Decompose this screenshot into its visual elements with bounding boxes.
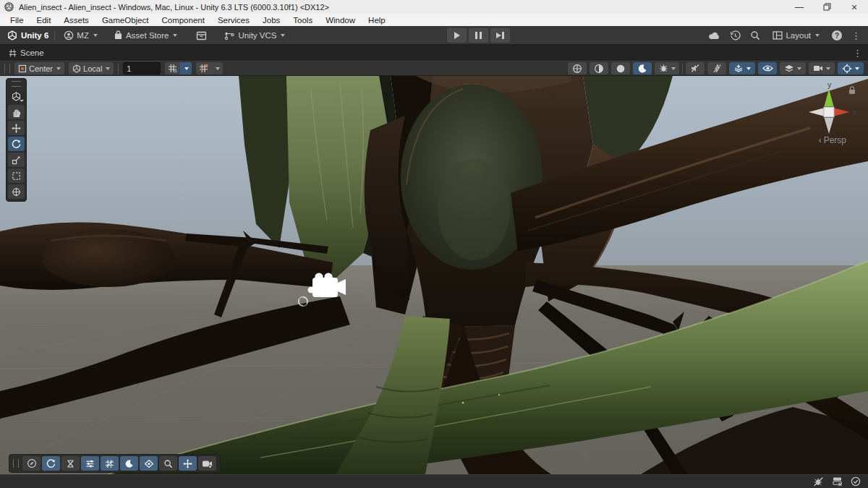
cloud-button[interactable] xyxy=(708,31,720,40)
constraint-overlay-button[interactable] xyxy=(61,456,80,471)
main-toolbar: Unity 6 MZ Asset Store xyxy=(0,26,868,45)
overlay-drag-handle[interactable] xyxy=(13,459,19,468)
eye-icon xyxy=(762,64,773,72)
scale-tool-button[interactable] xyxy=(8,153,25,167)
snap-increment-input[interactable] xyxy=(123,62,161,74)
menu-jobs[interactable]: Jobs xyxy=(256,14,286,26)
debugger-disabled-icon[interactable] xyxy=(813,476,824,487)
orientation-mode-dropdown[interactable]: Local xyxy=(69,62,114,74)
unity-version-badge[interactable]: Unity 6 xyxy=(7,30,48,40)
camera-icon xyxy=(813,64,823,72)
rotate-tool-button[interactable] xyxy=(8,137,25,151)
grid-snap-overlay-button[interactable] xyxy=(101,456,119,471)
maximize-button[interactable] xyxy=(813,0,841,14)
scene-lighting-toggle[interactable] xyxy=(633,62,652,74)
step-button[interactable] xyxy=(490,28,510,43)
minimize-button[interactable]: — xyxy=(786,0,813,14)
axis-x-cone[interactable] xyxy=(832,108,849,117)
menu-assets[interactable]: Assets xyxy=(57,14,95,26)
view-options-dropdown[interactable] xyxy=(8,89,25,103)
pause-button[interactable] xyxy=(469,28,488,43)
package-manager-button[interactable] xyxy=(193,30,210,42)
hand-tool-button[interactable] xyxy=(8,105,25,119)
tools-overlay xyxy=(6,78,27,202)
scene-render-alien-insect[interactable] xyxy=(0,76,868,474)
menu-help[interactable]: Help xyxy=(362,14,392,26)
shaded-mode-button[interactable] xyxy=(590,62,608,74)
gizmo-center-cube[interactable] xyxy=(824,107,834,117)
rect-tool-button[interactable] xyxy=(8,168,25,183)
help-button[interactable]: ? xyxy=(832,30,842,40)
grid-snapping-control[interactable] xyxy=(165,62,192,74)
cache-server-icon[interactable] xyxy=(832,476,843,487)
play-icon xyxy=(454,32,460,39)
menu-tools[interactable]: Tools xyxy=(286,14,319,26)
always-refresh-toggle[interactable] xyxy=(707,62,726,74)
undo-history-button[interactable] xyxy=(730,30,741,41)
grid-snap-dropdown[interactable] xyxy=(180,62,192,74)
view-options-overlay-button[interactable] xyxy=(120,456,138,471)
scale-icon xyxy=(12,155,21,165)
scene-visibility-toggle[interactable] xyxy=(758,62,777,74)
orientation-overlay-button[interactable] xyxy=(22,456,41,471)
scene-viewport[interactable]: y x ‹ Persp xyxy=(0,76,868,474)
layout-dropdown[interactable]: Layout xyxy=(770,30,822,41)
window-title: Alien_insect - Alien_insect - Windows, M… xyxy=(19,3,329,12)
camera-gizmo[interactable] xyxy=(295,268,352,310)
chevron-down-icon xyxy=(281,34,285,37)
2d-mode-button[interactable] xyxy=(611,62,630,74)
version-control-icon xyxy=(224,31,235,40)
asset-store-dropdown[interactable]: Asset Store xyxy=(111,29,180,42)
close-button[interactable]: × xyxy=(841,0,868,14)
gizmos-dropdown[interactable] xyxy=(838,62,864,74)
lock-icon[interactable] xyxy=(849,87,855,94)
camera-preview-overlay-button[interactable] xyxy=(198,456,216,471)
orientation-mode-label: Local xyxy=(83,64,102,73)
panel-kebab-menu[interactable]: ⋮ xyxy=(853,48,862,58)
tab-scene[interactable]: Scene xyxy=(6,45,47,61)
moon-lighting-icon xyxy=(637,64,647,74)
camera-settings-dropdown[interactable] xyxy=(809,62,835,74)
menu-file[interactable]: File xyxy=(4,14,30,26)
unity-version-label: Unity 6 xyxy=(21,31,48,40)
axis-negy-cone[interactable] xyxy=(825,118,834,134)
search-overlay-button[interactable] xyxy=(159,456,177,471)
menu-component[interactable]: Component xyxy=(155,14,210,26)
gizmo-options-overlay-button[interactable] xyxy=(140,456,158,471)
menu-edit[interactable]: Edit xyxy=(30,14,58,26)
wireframe-sphere-icon xyxy=(572,64,582,74)
rendering-debug-dropdown[interactable] xyxy=(729,62,755,74)
draw-mode-button[interactable] xyxy=(568,62,587,74)
search-button[interactable] xyxy=(750,30,760,40)
scene-audio-toggle[interactable] xyxy=(686,62,705,74)
menu-services[interactable]: Services xyxy=(211,14,256,26)
toolbar-drag-handle[interactable] xyxy=(4,64,10,73)
progress-ok-icon[interactable] xyxy=(851,476,861,487)
unity-vcs-dropdown[interactable]: Unity VCS xyxy=(221,30,288,42)
overlay-drag-handle[interactable] xyxy=(12,81,21,87)
orientation-gizmo[interactable]: y x xyxy=(800,80,861,137)
panel-tab-row: Scene ⋮ xyxy=(0,45,868,61)
play-button[interactable] xyxy=(447,28,467,43)
projection-mode-label[interactable]: ‹ Persp xyxy=(819,135,846,145)
move-overlay-button[interactable] xyxy=(179,456,197,471)
transform-tool-button[interactable] xyxy=(8,184,25,199)
increment-snapping-control[interactable] xyxy=(196,62,223,74)
toolbar-kebab-menu[interactable]: ⋮ xyxy=(851,31,861,40)
scene-effects-dropdown[interactable] xyxy=(655,62,679,74)
chevron-down-icon xyxy=(216,67,220,70)
account-dropdown[interactable]: MZ xyxy=(61,29,101,42)
axis-y-cone[interactable] xyxy=(825,89,834,106)
layers-dropdown[interactable] xyxy=(780,62,806,74)
increment-snap-dropdown[interactable] xyxy=(211,62,223,74)
chevron-down-icon xyxy=(746,67,751,70)
axis-negx-cone[interactable] xyxy=(809,108,826,117)
menu-bar: File Edit Assets GameObject Component Se… xyxy=(0,14,868,26)
pivot-mode-dropdown[interactable]: Center xyxy=(14,62,64,74)
move-tool-button[interactable] xyxy=(8,121,25,135)
tools-overlay-toggle[interactable] xyxy=(42,456,60,471)
menu-gameobject[interactable]: GameObject xyxy=(95,14,156,26)
chevron-down-icon xyxy=(184,67,189,70)
tool-settings-overlay-button[interactable] xyxy=(81,456,99,471)
menu-window[interactable]: Window xyxy=(319,14,362,26)
